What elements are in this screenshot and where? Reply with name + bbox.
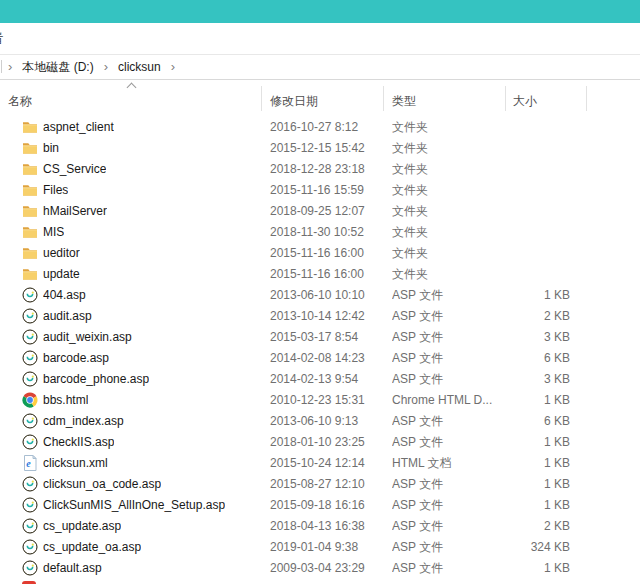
breadcrumb-chevron-icon[interactable]: ›	[171, 55, 175, 79]
file-date: 2015-10-24 12:14	[270, 453, 365, 474]
file-date: 2009-03-04 23:29	[270, 558, 365, 579]
file-name: bbs.html	[43, 390, 88, 411]
file-type: 文件夹	[392, 264, 502, 285]
file-name: ClickSunMIS_AllInOne_Setup.asp	[43, 495, 225, 516]
file-date: 2015-11-16 16:00	[270, 243, 364, 264]
file-row[interactable]: hMailServer2018-09-25 12:07文件夹	[0, 201, 640, 222]
column-header-date-modified[interactable]: 修改日期	[270, 93, 318, 110]
column-separator[interactable]	[383, 86, 384, 111]
file-row[interactable]: e clicksun.xml2015-10-24 12:14HTML 文档1 K…	[0, 453, 640, 474]
file-row[interactable]: clicksun_oa_code.asp2015-08-27 12:10ASP …	[0, 474, 640, 495]
column-header-name[interactable]: 名称	[8, 93, 32, 110]
folder-icon	[22, 119, 38, 135]
folder-icon	[22, 266, 38, 282]
file-size: 6 KB	[470, 411, 570, 432]
column-separator[interactable]	[586, 86, 587, 111]
file-name: barcode.asp	[43, 348, 109, 369]
asp-file-icon	[22, 434, 38, 450]
file-row[interactable]: CheckIIS.asp2018-01-10 23:25ASP 文件1 KB	[0, 432, 640, 453]
file-row[interactable]: bbs.html2010-12-23 15:31Chrome HTML D...…	[0, 390, 640, 411]
file-date: 2018-04-13 16:38	[270, 516, 365, 537]
file-date: 2018-11-30 10:52	[270, 222, 364, 243]
file-size: 3 KB	[470, 369, 570, 390]
file-name: update	[43, 264, 80, 285]
titlebar[interactable]	[0, 0, 640, 23]
file-date: 2013-10-14 12:42	[270, 306, 365, 327]
column-separator[interactable]	[505, 86, 506, 111]
folder-icon	[22, 245, 38, 261]
breadcrumb-chevron-icon[interactable]: ›	[8, 55, 12, 79]
file-row[interactable]: barcode.asp2014-02-08 14:23ASP 文件6 KB	[0, 348, 640, 369]
file-size: 1 KB	[470, 474, 570, 495]
file-row[interactable]: ueditor2015-11-16 16:00文件夹	[0, 243, 640, 264]
file-size: 1 KB	[470, 390, 570, 411]
breadcrumb-item-drive[interactable]: 本地磁盘 (D:)	[22, 59, 93, 76]
file-row[interactable]: cdm_index.asp2013-06-10 9:13ASP 文件6 KB	[0, 411, 640, 432]
folder-icon	[22, 140, 38, 156]
file-name: audit_weixin.asp	[43, 327, 132, 348]
file-date: 2018-09-25 12:07	[270, 201, 365, 222]
file-date: 2013-06-10 9:13	[270, 411, 358, 432]
file-row[interactable]: audit_weixin.asp2015-03-17 8:54ASP 文件3 K…	[0, 327, 640, 348]
file-row[interactable]: audit.asp2013-10-14 12:42ASP 文件2 KB	[0, 306, 640, 327]
file-date: 2015-08-27 12:10	[270, 474, 365, 495]
breadcrumb-chevron-icon[interactable]: ›	[104, 55, 108, 79]
menu-view-label[interactable]: 看	[0, 30, 3, 48]
asp-file-icon	[22, 539, 38, 555]
asp-file-icon	[22, 413, 38, 429]
asp-file-icon	[22, 560, 38, 576]
column-separator[interactable]	[261, 86, 262, 111]
file-size: 2 KB	[470, 306, 570, 327]
asp-file-icon	[22, 518, 38, 534]
file-name: cs_update_oa.asp	[43, 537, 141, 558]
folder-icon	[22, 224, 38, 240]
file-date: 2015-12-15 15:42	[270, 138, 365, 159]
file-size: 1 KB	[470, 432, 570, 453]
file-size: 6 KB	[470, 348, 570, 369]
breadcrumb-item-folder[interactable]: clicksun	[118, 60, 161, 74]
file-date: 2010-12-23 15:31	[270, 390, 365, 411]
file-name: cdm_index.asp	[43, 411, 124, 432]
column-header-type[interactable]: 类型	[392, 93, 416, 110]
file-row[interactable]	[0, 579, 640, 584]
chrome-html-icon	[22, 392, 38, 408]
asp-file-icon	[22, 308, 38, 324]
file-date: 2019-01-04 9:38	[270, 537, 358, 558]
file-type: 文件夹	[392, 138, 502, 159]
addressbar-edge-sliver	[1, 60, 2, 73]
file-row[interactable]: CS_Service2018-12-28 23:18文件夹	[0, 159, 640, 180]
file-date: 2016-10-27 8:12	[270, 117, 358, 138]
file-date: 2014-02-08 14:23	[270, 348, 365, 369]
file-type: 文件夹	[392, 117, 502, 138]
sort-ascending-icon	[127, 83, 137, 93]
file-date: 2015-09-18 16:16	[270, 495, 365, 516]
asp-file-icon	[22, 287, 38, 303]
file-name: clicksun_oa_code.asp	[43, 474, 161, 495]
file-row[interactable]: barcode_phone.asp2014-02-13 9:54ASP 文件3 …	[0, 369, 640, 390]
file-name: clicksun.xml	[43, 453, 108, 474]
file-row[interactable]: ClickSunMIS_AllInOne_Setup.asp2015-09-18…	[0, 495, 640, 516]
file-size: 1 KB	[470, 453, 570, 474]
file-row[interactable]: aspnet_client2016-10-27 8:12文件夹	[0, 117, 640, 138]
file-row[interactable]: default.asp2009-03-04 23:29ASP 文件1 KB	[0, 558, 640, 579]
file-date: 2015-03-17 8:54	[270, 327, 358, 348]
file-name: CS_Service	[43, 159, 106, 180]
file-row[interactable]: MIS2018-11-30 10:52文件夹	[0, 222, 640, 243]
column-header-size[interactable]: 大小	[513, 93, 537, 110]
file-name: CheckIIS.asp	[43, 432, 114, 453]
column-header-row: 名称 修改日期 类型 大小	[0, 80, 640, 113]
file-row[interactable]: Files2015-11-16 15:59文件夹	[0, 180, 640, 201]
file-row[interactable]: cs_update.asp2018-04-13 16:38ASP 文件2 KB	[0, 516, 640, 537]
file-date: 2013-06-10 10:10	[270, 285, 365, 306]
asp-file-icon	[22, 329, 38, 345]
file-name: aspnet_client	[43, 117, 114, 138]
file-row[interactable]: 404.asp2013-06-10 10:10ASP 文件1 KB	[0, 285, 640, 306]
file-row[interactable]: update2015-11-16 16:00文件夹	[0, 264, 640, 285]
file-row[interactable]: bin2015-12-15 15:42文件夹	[0, 138, 640, 159]
file-row[interactable]: cs_update_oa.asp2019-01-04 9:38ASP 文件324…	[0, 537, 640, 558]
breadcrumb-bar[interactable]: › 本地磁盘 (D:) › clicksun ›	[0, 55, 640, 80]
file-type: 文件夹	[392, 180, 502, 201]
svg-text:e: e	[26, 458, 31, 469]
file-name: audit.asp	[43, 306, 92, 327]
file-name: hMailServer	[43, 201, 107, 222]
